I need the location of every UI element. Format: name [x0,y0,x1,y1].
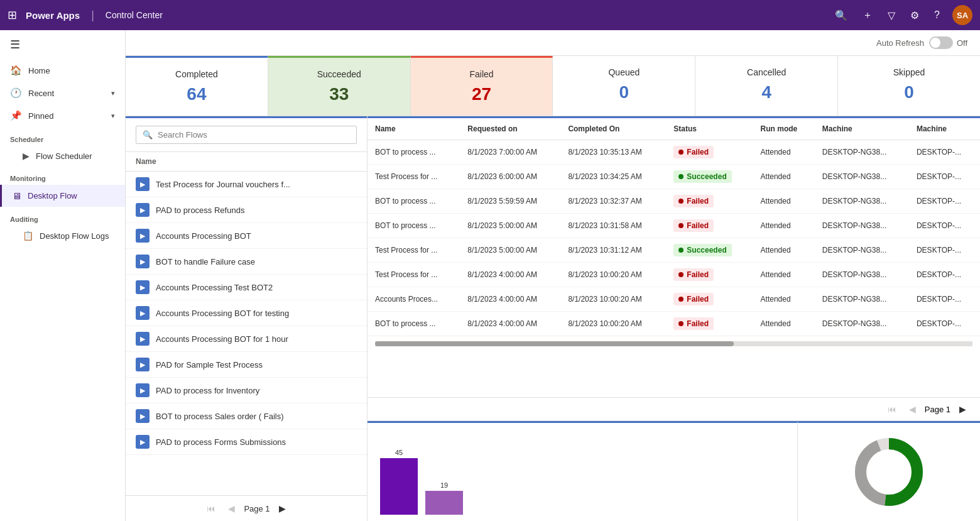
main-layout: ☰ 🏠 Home 🕐 Recent ▾ 📌 Pinned ▾ Scheduler… [0,30,980,521]
help-icon[interactable]: ? [934,9,940,21]
sidebar-item-home[interactable]: 🏠 Home [0,59,125,82]
flow-list-item[interactable]: ▶ PAD to process for Inventory [126,378,367,403]
flow-list-item[interactable]: ▶ PAD to process Forms Submissions [126,429,367,455]
bar-group: 19 [425,481,463,515]
cell-machine1: DESKTOP-NG38... [815,238,909,263]
table-row[interactable]: BOT to process ... 8/1/2023 5:00:00 AM 8… [368,214,980,238]
monitoring-section: Monitoring [0,166,125,185]
app-title: Power Apps [26,10,80,21]
flow-item-name: Accounts Processing BOT for testing [156,309,289,318]
status-badge: Failed [673,317,714,330]
stat-completed[interactable]: Completed 64 [126,56,268,116]
col-runmode: Run mode [753,118,815,140]
cell-runmode: Attended [753,165,815,189]
cell-status: Failed [666,140,753,165]
sidebar-item-pinned[interactable]: 📌 Pinned ▾ [0,104,125,127]
flow-item-name: PAD to process Refunds [156,206,244,215]
search-input[interactable] [158,130,350,140]
flow-list-pagination: ⏮ ◀ Page 1 ▶ [126,495,367,521]
cell-machine1: DESKTOP-NG38... [815,312,909,336]
cell-machine1: DESKTOP-NG38... [815,214,909,238]
table-row[interactable]: Test Process for ... 8/1/2023 5:00:00 AM… [368,238,980,263]
table-row[interactable]: BOT to process ... 8/1/2023 5:59:59 AM 8… [368,189,980,214]
search-input-icon: 🔍 [143,130,153,140]
donut-svg [851,434,927,510]
sidebar-item-flow-scheduler[interactable]: ▶ Flow Scheduler [0,146,125,166]
horizontal-scrollbar[interactable] [375,341,972,346]
flow-list-item[interactable]: ▶ Test Process for Journal vouchers f... [126,172,367,197]
flow-list-item[interactable]: ▶ PAD to process Refunds [126,197,367,223]
flow-item-icon: ▶ [136,280,150,294]
grid-icon[interactable]: ⊞ [8,8,17,22]
add-icon[interactable]: ＋ [863,9,873,22]
table-row[interactable]: BOT to process ... 8/1/2023 7:00:00 AM 8… [368,140,980,165]
flow-list-item[interactable]: ▶ BOT to handle Failure case [126,249,367,275]
stat-failed-value: 27 [423,84,540,104]
stat-skipped[interactable]: Skipped 0 [838,56,980,116]
recent-icon: 🕐 [10,87,22,99]
settings-icon[interactable]: ⚙ [910,9,919,21]
cell-name: Test Process for ... [368,165,460,189]
content-area: Auto Refresh Off Completed 64 Succeeded … [126,30,980,521]
cell-name: BOT to process ... [368,189,460,214]
search-icon[interactable]: 🔍 [835,9,847,21]
sidebar-item-desktop-flow[interactable]: 🖥 Desktop Flow [0,185,125,207]
flow-list-item[interactable]: ▶ Accounts Processing BOT for 1 hour [126,326,367,352]
stat-queued-label: Queued [565,67,682,77]
table-first-page-btn[interactable]: ⏮ [884,403,900,415]
table-row[interactable]: BOT to process ... 8/1/2023 4:00:00 AM 8… [368,312,980,336]
status-badge: Succeeded [673,170,731,183]
table-row[interactable]: Test Process for ... 8/1/2023 6:00:00 AM… [368,165,980,189]
table-row[interactable]: Test Process for ... 8/1/2023 4:00:00 AM… [368,263,980,287]
flow-list-item[interactable]: ▶ BOT to process Sales order ( Fails) [126,403,367,429]
flow-item-name: BOT to process Sales order ( Fails) [156,412,284,421]
cell-completed: 8/1/2023 10:00:20 AM [560,287,666,312]
cell-requested: 8/1/2023 6:00:00 AM [460,165,560,189]
stat-cancelled[interactable]: Cancelled 4 [695,56,838,116]
auto-refresh-toggle[interactable] [929,36,953,49]
desktop-flow-label: Desktop Flow [28,191,77,200]
cell-machine2: DESKTOP-... [909,165,980,189]
status-dot-icon [678,150,683,155]
hamburger-menu[interactable]: ☰ [0,30,125,59]
run-details-panel: Name Requested on Completed On Status Ru… [368,116,980,521]
cell-completed: 8/1/2023 10:31:12 AM [560,238,666,263]
bar-chart-inner: 45 19 [380,429,785,515]
flow-item-icon: ▶ [136,255,150,268]
flow-list-item[interactable]: ▶ Accounts Processing BOT [126,223,367,249]
flow-list-first-page-btn[interactable]: ⏮ [203,502,219,515]
chevron-down-icon: ▾ [111,89,115,97]
cell-runmode: Attended [753,263,815,287]
flow-list-item[interactable]: ▶ Accounts Processing Test BOT2 [126,275,367,300]
cell-machine2: DESKTOP-... [909,312,980,336]
cell-status: Failed [666,287,753,312]
table-row[interactable]: Accounts Proces... 8/1/2023 4:00:00 AM 8… [368,287,980,312]
cell-requested: 8/1/2023 7:00:00 AM [460,140,560,165]
flow-item-name: Test Process for Journal vouchers f... [156,180,290,189]
table-prev-page-btn[interactable]: ◀ [905,403,920,415]
status-dot-icon [678,248,683,253]
table-next-page-btn[interactable]: ▶ [956,403,970,415]
filter-icon[interactable]: ▽ [888,9,895,21]
pin-icon: 📌 [10,110,22,121]
run-table-wrapper: Name Requested on Completed On Status Ru… [368,116,980,397]
cell-machine2: DESKTOP-... [909,287,980,312]
sidebar-item-recent[interactable]: 🕐 Recent ▾ [0,82,125,104]
search-box[interactable]: 🔍 [136,126,357,144]
flow-list-item[interactable]: ▶ PAD for Sample Test Process [126,352,367,378]
cell-status: Failed [666,189,753,214]
cell-runmode: Attended [753,214,815,238]
col-status: Status [666,118,753,140]
stat-queued[interactable]: Queued 0 [553,56,695,116]
cell-runmode: Attended [753,189,815,214]
sidebar-item-desktop-flow-logs[interactable]: 📋 Desktop Flow Logs [0,226,125,246]
stat-cancelled-value: 4 [708,82,825,102]
auto-refresh-bar: Auto Refresh Off [126,30,980,56]
flow-list-item[interactable]: ▶ Accounts Processing BOT for testing [126,300,367,326]
stat-failed[interactable]: Failed 27 [411,56,553,116]
stat-succeeded[interactable]: Succeeded 33 [268,56,411,116]
flow-list-next-page-btn[interactable]: ▶ [275,502,290,515]
flow-list-prev-page-btn[interactable]: ◀ [224,502,239,515]
avatar[interactable]: SA [952,5,972,25]
flow-item-icon: ▶ [136,177,150,191]
